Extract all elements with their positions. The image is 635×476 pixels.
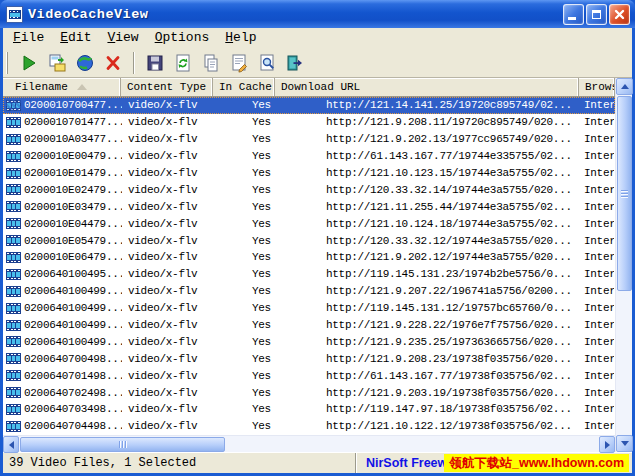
in-cache-cell: Yes [214, 402, 276, 417]
refresh-button[interactable] [172, 52, 194, 74]
table-row[interactable]: 0200010E04479... video/x-flv Yes http://… [3, 215, 615, 232]
app-icon [6, 6, 23, 23]
content-type-cell: video/x-flv [122, 199, 214, 214]
maximize-button[interactable] [586, 4, 607, 25]
content-type-cell: video/x-flv [122, 385, 214, 400]
scroll-up-button[interactable] [616, 78, 633, 95]
menu-options[interactable]: Options [147, 28, 218, 48]
filename-cell: 0200010700477... [24, 99, 122, 111]
table-row[interactable]: 0200640702498... video/x-flv Yes http://… [3, 384, 615, 401]
scroll-right-button[interactable] [599, 436, 615, 453]
film-icon [6, 218, 21, 229]
vertical-scrollbar[interactable] [615, 78, 632, 452]
in-cache-cell: Yes [214, 115, 276, 130]
table-row[interactable]: 0200640703498... video/x-flv Yes http://… [3, 401, 615, 418]
exit-button[interactable] [284, 52, 306, 74]
find-icon [257, 53, 277, 73]
menu-help[interactable]: Help [217, 28, 264, 48]
table-row[interactable]: 0200640701498... video/x-flv Yes http://… [3, 367, 615, 384]
film-icon [6, 269, 21, 280]
horizontal-scrollbar[interactable] [3, 435, 615, 452]
scroll-left-button[interactable] [3, 436, 19, 453]
table-row[interactable]: 0200010E02479... video/x-flv Yes http://… [3, 181, 615, 198]
film-icon [6, 184, 21, 195]
maximize-icon [592, 10, 601, 19]
browser-cell: Intern [580, 267, 614, 282]
copy-selected-files-button[interactable] [46, 52, 68, 74]
filename-cell: 0200640100499... [24, 319, 122, 331]
properties-button[interactable] [228, 52, 250, 74]
in-cache-cell: Yes [214, 98, 276, 113]
video-files-list: FilenameContent TypeIn CacheDownload URL… [3, 78, 615, 452]
close-button[interactable] [609, 4, 630, 25]
vertical-scroll-thumb[interactable] [617, 96, 632, 291]
status-right-pane: NirSoft Freeware. http://w 领航下载站_www.lhd… [355, 453, 632, 473]
minimize-button[interactable] [563, 4, 584, 25]
table-row[interactable]: 0200010700477... video/x-flv Yes http://… [3, 97, 615, 114]
film-icon [6, 252, 21, 263]
table-row[interactable]: 0200640100499... video/x-flv Yes http://… [3, 300, 615, 317]
table-row[interactable]: 0200010E01479... video/x-flv Yes http://… [3, 165, 615, 182]
column-header-content-type[interactable]: Content Type [121, 78, 213, 96]
lhdown-watermark-badge[interactable]: 领航下载站_www.lhdown.com [444, 454, 629, 472]
listview-area: FilenameContent TypeIn CacheDownload URL… [3, 78, 632, 452]
browser-cell: Intern [580, 402, 614, 417]
refresh-icon [173, 53, 193, 73]
in-cache-cell: Yes [214, 351, 276, 366]
column-header-download-url[interactable]: Download URL [275, 78, 579, 96]
film-icon [6, 370, 21, 381]
filename-cell: 0200010E06479... [24, 251, 122, 263]
browser-cell: Intern [580, 385, 614, 400]
table-row[interactable]: 0200010701477... video/x-flv Yes http://… [3, 114, 615, 131]
scroll-down-icon [621, 441, 629, 446]
film-icon [6, 117, 21, 128]
table-row[interactable]: 0200010A03477... video/x-flv Yes http://… [3, 131, 615, 148]
save-button[interactable] [144, 52, 166, 74]
column-header-filename[interactable]: Filename [3, 78, 121, 96]
table-row[interactable]: 0200010E03479... video/x-flv Yes http://… [3, 198, 615, 215]
column-header-browse[interactable]: Browse [579, 78, 615, 96]
content-type-cell: video/x-flv [122, 419, 214, 434]
in-cache-cell: Yes [214, 216, 276, 231]
in-cache-cell: Yes [214, 318, 276, 333]
column-header-in-cache[interactable]: In Cache [213, 78, 275, 96]
scroll-down-button[interactable] [616, 435, 633, 452]
delete-button[interactable] [102, 52, 124, 74]
find-button[interactable] [256, 52, 278, 74]
filename-cell: 0200640100499... [24, 285, 122, 297]
in-cache-cell: Yes [214, 284, 276, 299]
table-row[interactable]: 0200640100499... video/x-flv Yes http://… [3, 283, 615, 300]
sort-ascending-icon [77, 84, 87, 90]
content-type-cell: video/x-flv [122, 368, 214, 383]
table-row[interactable]: 0200640100499... video/x-flv Yes http://… [3, 333, 615, 350]
filename-cell: 0200010E03479... [24, 201, 122, 213]
browser-cell: Intern [580, 132, 614, 147]
download-url-cell: http://121.10.122.12/19738f035756/02... [276, 419, 580, 434]
copy-button[interactable] [200, 52, 222, 74]
table-row[interactable]: 0200640704498... video/x-flv Yes http://… [3, 418, 615, 435]
table-row[interactable]: 0200640100495... video/x-flv Yes http://… [3, 266, 615, 283]
menu-file[interactable]: File [5, 28, 52, 48]
menu-view[interactable]: View [99, 28, 146, 48]
film-icon [6, 320, 21, 331]
content-type-cell: video/x-flv [122, 301, 214, 316]
content-type-cell: video/x-flv [122, 216, 214, 231]
scroll-up-icon [621, 84, 629, 89]
horizontal-scroll-thumb[interactable] [20, 437, 225, 452]
table-row[interactable]: 0200010E00479... video/x-flv Yes http://… [3, 148, 615, 165]
play-button[interactable] [18, 52, 40, 74]
film-icon [6, 303, 21, 314]
table-row[interactable]: 0200640100499... video/x-flv Yes http://… [3, 317, 615, 334]
save-icon [145, 53, 165, 73]
table-row[interactable]: 0200010E06479... video/x-flv Yes http://… [3, 249, 615, 266]
filename-cell: 0200010701477... [24, 116, 122, 128]
table-row[interactable]: 0200010E05479... video/x-flv Yes http://… [3, 232, 615, 249]
table-row[interactable]: 0200640700498... video/x-flv Yes http://… [3, 350, 615, 367]
open-download-url-button[interactable] [74, 52, 96, 74]
content-type-cell: video/x-flv [122, 267, 214, 282]
titlebar[interactable]: VideoCacheView [0, 0, 635, 28]
in-cache-cell: Yes [214, 250, 276, 265]
menu-edit[interactable]: Edit [52, 28, 99, 48]
statusbar: 39 Video Files, 1 Selected NirSoft Freew… [3, 452, 632, 473]
content-type-cell: video/x-flv [122, 98, 214, 113]
